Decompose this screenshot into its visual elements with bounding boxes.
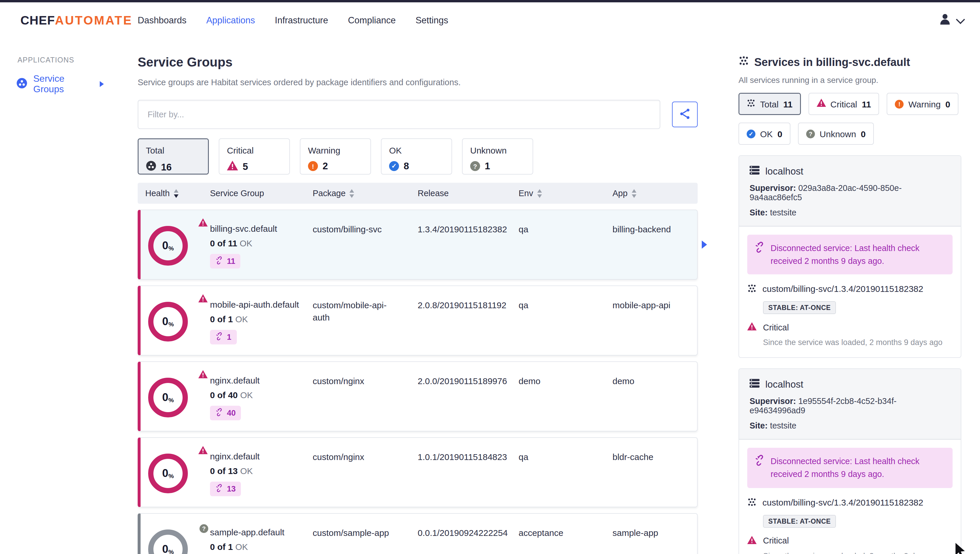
critical-icon bbox=[816, 99, 826, 109]
server-icon bbox=[749, 165, 759, 177]
app-cell: bldr-cache bbox=[612, 451, 697, 496]
critical-icon bbox=[747, 323, 757, 332]
ok-icon: ✓ bbox=[747, 129, 756, 138]
logo-automate: AUTOMATE bbox=[55, 13, 132, 27]
nav-dashboards[interactable]: Dashboards bbox=[138, 15, 186, 26]
disconnected-alert: Disconnected service: Last health check … bbox=[747, 448, 953, 488]
disconnected-count-badge: 11 bbox=[210, 254, 240, 268]
chip-unknown[interactable]: ? Unknown 0 bbox=[798, 123, 874, 145]
health-donut: 0% bbox=[148, 226, 188, 266]
chef-automate-logo[interactable]: CHEFAUTOMATE bbox=[21, 13, 132, 27]
panel-status-chips: Total 11 Critical 11 ! Warning 0 ✓ OK 0 bbox=[738, 93, 961, 145]
service-card[interactable]: localhost Supervisor: 029a3a8a-20ac-4590… bbox=[738, 155, 961, 358]
filter-card-count: 5 bbox=[243, 161, 248, 172]
chip-critical[interactable]: Critical 11 bbox=[808, 93, 879, 115]
env-cell: qa bbox=[519, 451, 612, 496]
chip-total[interactable]: Total 11 bbox=[738, 93, 800, 115]
health-donut: 0% bbox=[148, 378, 188, 417]
row-open-chevron-icon[interactable] bbox=[702, 241, 707, 249]
release-cell: 1.0.1/20190115184823 bbox=[418, 451, 519, 496]
critical-icon bbox=[227, 161, 238, 173]
filter-card-unknown[interactable]: Unknown ? 1 bbox=[462, 138, 533, 174]
service-card[interactable]: localhost Supervisor: 1e95554f-2cb8-4c52… bbox=[738, 369, 961, 554]
main-area: Service Groups Service groups are Habita… bbox=[116, 38, 980, 554]
unknown-icon: ? bbox=[199, 524, 208, 533]
package-identifier: custom/billing-svc/1.3.4/20190115182382 bbox=[762, 284, 923, 294]
since-text: Since the service was loaded, 2 months 9… bbox=[763, 551, 953, 554]
disconnected-count-badge: 40 bbox=[210, 406, 241, 420]
health-donut: 0% bbox=[148, 530, 188, 554]
critical-icon bbox=[198, 294, 208, 305]
chip-count: 0 bbox=[777, 129, 782, 139]
health-status: Critical bbox=[763, 323, 789, 332]
critical-icon bbox=[747, 536, 757, 546]
package-cell: custom/nginx bbox=[313, 375, 418, 420]
badge-count: 1 bbox=[227, 333, 231, 342]
health-donut: 0% bbox=[148, 453, 188, 493]
service-group-name: nginx.default bbox=[210, 375, 304, 386]
sort-icon[interactable] bbox=[537, 189, 542, 198]
package-cell: custom/nginx bbox=[313, 451, 418, 496]
service-group-name: billing-svc.default bbox=[210, 223, 304, 235]
broken-link-icon bbox=[754, 242, 765, 268]
chip-label: Critical bbox=[830, 99, 857, 109]
chevron-down-icon bbox=[956, 14, 965, 24]
badge-count: 11 bbox=[227, 257, 235, 266]
column-header-env[interactable]: Env bbox=[519, 188, 612, 198]
top-navigation-bar: CHEFAUTOMATE Dashboards Applications Inf… bbox=[0, 2, 980, 39]
table-row[interactable]: 0% mobile-api-auth.default 0 of 1 OK 1 c… bbox=[138, 286, 698, 356]
filter-card-total[interactable]: Total 16 bbox=[138, 138, 209, 174]
nav-infrastructure[interactable]: Infrastructure bbox=[275, 15, 328, 26]
table-row[interactable]: 0% ? sample-app.default 0 of 1 OK 1 cust… bbox=[138, 513, 698, 554]
warning-icon: ! bbox=[308, 161, 318, 171]
filter-input[interactable] bbox=[138, 100, 660, 129]
chip-count: 0 bbox=[945, 99, 950, 109]
sort-icon[interactable] bbox=[174, 189, 178, 198]
server-icon bbox=[749, 378, 759, 391]
nav-applications[interactable]: Applications bbox=[206, 15, 255, 26]
top-strip bbox=[0, 0, 980, 2]
ok-suffix: OK bbox=[235, 542, 248, 552]
chip-count: 11 bbox=[862, 99, 871, 109]
chip-label: Unknown bbox=[819, 129, 856, 139]
filter-card-critical[interactable]: Critical 5 bbox=[219, 138, 290, 174]
filter-card-warning[interactable]: Warning ! 2 bbox=[300, 138, 371, 174]
table-row[interactable]: 0% billing-svc.default 0 of 11 OK 11 cus… bbox=[138, 209, 698, 279]
sidebar-item-service-groups[interactable]: Service Groups bbox=[16, 73, 104, 94]
table-row[interactable]: 0% nginx.default 0 of 13 OK 13 custom/ng… bbox=[138, 437, 698, 507]
share-icon bbox=[678, 107, 691, 122]
sidebar-section-label: APPLICATIONS bbox=[18, 56, 116, 64]
ok-suffix: OK bbox=[240, 390, 253, 400]
chip-ok[interactable]: ✓ OK 0 bbox=[738, 123, 791, 145]
filter-card-label: Total bbox=[146, 145, 200, 155]
column-header-package[interactable]: Package bbox=[313, 188, 418, 198]
sort-icon[interactable] bbox=[350, 189, 355, 198]
service-group-name: nginx.default bbox=[210, 451, 304, 462]
warning-icon: ! bbox=[895, 99, 904, 108]
column-header-service-group[interactable]: Service Group bbox=[210, 188, 313, 198]
channel-badge: STABLE: AT-ONCE bbox=[763, 515, 836, 527]
sort-icon[interactable] bbox=[632, 189, 636, 198]
ok-suffix: OK bbox=[240, 238, 252, 248]
column-header-health[interactable]: Health bbox=[145, 188, 210, 198]
table-row[interactable]: 0% nginx.default 0 of 40 OK 40 custom/ng… bbox=[138, 361, 698, 431]
app-cell: billing-backend bbox=[612, 223, 697, 268]
ok-suffix: OK bbox=[235, 314, 248, 324]
service-card-header: localhost Supervisor: 029a3a8a-20ac-4590… bbox=[739, 156, 961, 227]
column-header-app[interactable]: App bbox=[612, 188, 698, 198]
nav-compliance[interactable]: Compliance bbox=[348, 15, 396, 26]
column-header-release[interactable]: Release bbox=[418, 188, 519, 198]
filter-card-count: 8 bbox=[404, 161, 409, 172]
chip-label: OK bbox=[760, 129, 773, 139]
share-button[interactable] bbox=[672, 102, 698, 127]
filter-card-ok[interactable]: OK ✓ 8 bbox=[381, 138, 452, 174]
user-menu[interactable] bbox=[937, 12, 964, 29]
chip-warning[interactable]: ! Warning 0 bbox=[887, 93, 958, 115]
service-group-name: sample-app.default bbox=[210, 527, 304, 538]
ok-count: 0 of 13 bbox=[210, 466, 238, 476]
broken-link-icon bbox=[215, 484, 223, 494]
nav-settings[interactable]: Settings bbox=[415, 15, 448, 26]
user-icon bbox=[937, 12, 953, 29]
ok-count: 0 of 40 bbox=[210, 390, 238, 400]
main-nav: Dashboards Applications Infrastructure C… bbox=[138, 2, 448, 38]
